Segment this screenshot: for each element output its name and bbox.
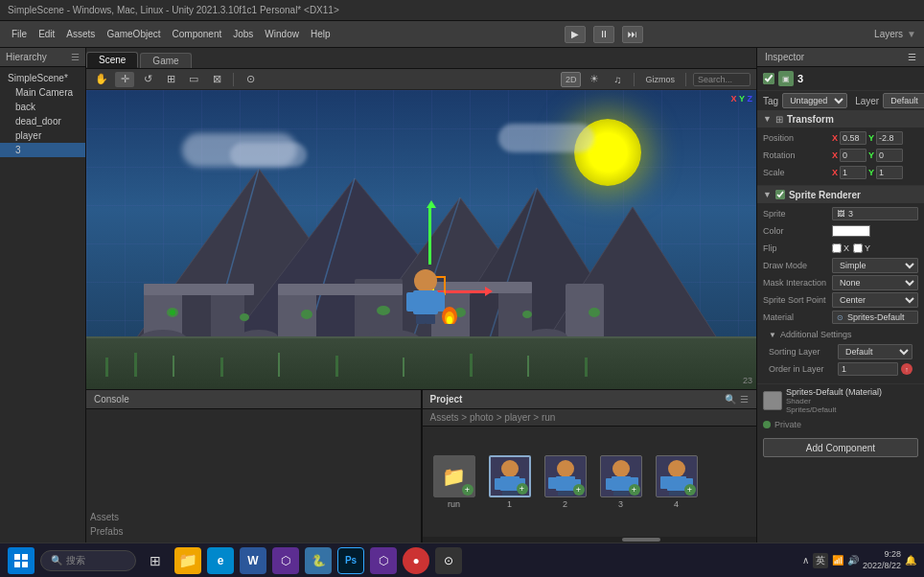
project-menu-icon[interactable]: ☰ bbox=[740, 394, 749, 404]
scene-viewport[interactable]: X Y Z bbox=[86, 90, 756, 389]
add-component-button[interactable]: Add Component bbox=[763, 438, 918, 457]
assets-menu[interactable]: Assets bbox=[62, 29, 99, 39]
sprite-renderer-header[interactable]: ▼ Sprite Renderer bbox=[757, 186, 924, 203]
edge-icon[interactable]: e bbox=[207, 547, 234, 574]
pos-y-label: Y bbox=[868, 133, 874, 143]
keyboard-layout[interactable]: 英 bbox=[813, 553, 828, 568]
lighting-button[interactable]: ☀ bbox=[585, 72, 604, 87]
material-field[interactable]: ⊙ Sprites-Default bbox=[832, 311, 918, 324]
flip-x-label[interactable]: X bbox=[832, 243, 849, 253]
hierarchy-item-deaddoor[interactable]: dead_door bbox=[0, 114, 85, 128]
position-y-input[interactable] bbox=[876, 131, 903, 145]
transform-tool-button[interactable]: ⊠ bbox=[207, 72, 226, 87]
file-item-3[interactable]: + 3 bbox=[597, 455, 645, 509]
rotation-y-input[interactable] bbox=[876, 149, 903, 162]
file-item-run[interactable]: 📁 + run bbox=[430, 455, 478, 509]
python-icon[interactable]: 🐍 bbox=[305, 547, 332, 574]
play-button[interactable]: ▶ bbox=[565, 26, 586, 43]
console-assets[interactable]: Assets bbox=[90, 510, 417, 524]
hierarchy-item-back[interactable]: back bbox=[0, 100, 85, 114]
scale-x-input[interactable] bbox=[840, 166, 866, 179]
transform-header[interactable]: ▼ ⊞ Transform bbox=[757, 110, 924, 127]
rotation-x-input[interactable] bbox=[840, 149, 866, 162]
word-icon[interactable]: W bbox=[240, 547, 266, 574]
gizmos-button[interactable]: Gizmos bbox=[641, 72, 679, 87]
mask-interaction-select[interactable]: None bbox=[832, 275, 918, 290]
console-prefabs[interactable]: Prefabs bbox=[90, 524, 417, 539]
jobs-menu[interactable]: Jobs bbox=[229, 29, 257, 39]
tag-select[interactable]: Untagged bbox=[782, 93, 847, 108]
scene-tab[interactable]: Scene bbox=[86, 52, 138, 68]
layers-dropdown-icon[interactable]: ▼ bbox=[907, 29, 916, 39]
rot-y-label: Y bbox=[868, 150, 874, 160]
edit-menu[interactable]: Edit bbox=[35, 29, 58, 39]
object-icon: ▣ bbox=[778, 71, 794, 86]
speaker-icon[interactable]: 🔊 bbox=[847, 555, 859, 565]
taskbar: 🔍 搜索 ⊞ 📁 e W ⬡ 🐍 Ps ⬡ ● ⊙ ∧ 英 📶 🔊 9:28 2… bbox=[0, 542, 924, 577]
notification-icon[interactable]: 🔔 bbox=[905, 555, 916, 565]
file-thumb-4: + bbox=[656, 455, 698, 497]
move-tool-button[interactable]: ✛ bbox=[115, 72, 134, 87]
help-menu[interactable]: Help bbox=[307, 29, 335, 39]
search-box[interactable]: Search... bbox=[693, 73, 751, 86]
taskbar-search[interactable]: 🔍 搜索 bbox=[40, 550, 136, 571]
scrollbar-thumb[interactable] bbox=[622, 538, 660, 542]
position-x-input[interactable] bbox=[840, 131, 866, 145]
rotate-tool-button[interactable]: ↺ bbox=[138, 72, 157, 87]
project-search-icon[interactable]: 🔍 bbox=[725, 394, 736, 404]
svg-rect-52 bbox=[495, 478, 502, 490]
explorer-icon[interactable]: 📁 bbox=[174, 547, 201, 574]
task-view-button[interactable]: ⊞ bbox=[142, 547, 169, 574]
photoshop-icon[interactable]: Ps bbox=[337, 547, 364, 574]
svg-point-68 bbox=[668, 460, 685, 477]
y-axis-handle[interactable] bbox=[428, 207, 431, 265]
file-item-2[interactable]: + 2 bbox=[542, 455, 589, 509]
unity-icon[interactable]: ⊙ bbox=[435, 547, 462, 574]
flip-x-checkbox[interactable] bbox=[832, 243, 842, 253]
flip-y-label[interactable]: Y bbox=[853, 243, 870, 253]
component-menu[interactable]: Component bbox=[169, 29, 226, 39]
windows-start-button[interactable] bbox=[8, 547, 35, 574]
scale-tool-button[interactable]: ⊞ bbox=[161, 72, 180, 87]
step-button[interactable]: ⏭ bbox=[622, 26, 643, 43]
draw-mode-select[interactable]: Simple bbox=[832, 258, 918, 273]
hand-tool-button[interactable]: ✋ bbox=[92, 72, 111, 87]
game-tab[interactable]: Game bbox=[140, 53, 191, 68]
hierarchy-menu-icon[interactable]: ☰ bbox=[71, 52, 80, 62]
2d-button[interactable]: 2D bbox=[561, 72, 582, 87]
scale-y-input[interactable] bbox=[876, 166, 903, 179]
object-active-checkbox[interactable] bbox=[763, 73, 774, 84]
audio-button[interactable]: ♫ bbox=[608, 72, 627, 87]
gameobject-menu[interactable]: GameObject bbox=[103, 29, 164, 39]
vs-icon[interactable]: ⬡ bbox=[370, 547, 397, 574]
file-menu[interactable]: File bbox=[8, 29, 31, 39]
file-item-1[interactable]: + 1 bbox=[486, 455, 534, 509]
scale-row: Scale X Y bbox=[763, 165, 918, 180]
center-pivot-button[interactable]: ⊙ bbox=[241, 72, 260, 87]
wifi-icon[interactable]: 📶 bbox=[832, 555, 843, 565]
sorting-layer-select[interactable]: Default bbox=[838, 344, 912, 359]
rect-tool-button[interactable]: ▭ bbox=[184, 72, 203, 87]
file-plus-2: + bbox=[573, 484, 585, 496]
tray-chevron[interactable]: ∧ bbox=[802, 555, 809, 565]
vsix-icon[interactable]: ⬡ bbox=[272, 547, 299, 574]
file-item-4[interactable]: + 4 bbox=[653, 455, 701, 509]
hierarchy-item-maincamera[interactable]: Main Camera bbox=[0, 85, 85, 100]
layer-select[interactable]: Default bbox=[883, 93, 924, 108]
order-in-layer-input[interactable] bbox=[838, 362, 898, 376]
svg-rect-45 bbox=[416, 314, 426, 324]
sprite-renderer-enabled[interactable] bbox=[775, 190, 785, 199]
color-picker[interactable] bbox=[832, 225, 870, 237]
sprite-field[interactable]: 🖼 3 bbox=[832, 207, 918, 220]
sprite-sort-point-select[interactable]: Center bbox=[832, 292, 918, 308]
inspector-menu-icon[interactable]: ☰ bbox=[908, 52, 916, 62]
pause-button[interactable]: ⏸ bbox=[593, 26, 614, 43]
hierarchy-item-simplescene[interactable]: SimpleScene* bbox=[0, 71, 85, 85]
additional-settings-header[interactable]: ▼ Additional Settings bbox=[763, 327, 918, 342]
flip-y-checkbox[interactable] bbox=[853, 243, 863, 253]
app-icon-8[interactable]: ● bbox=[403, 547, 429, 574]
hierarchy-item-3[interactable]: 3 bbox=[0, 143, 85, 157]
scale-y-item: Y bbox=[868, 166, 903, 179]
window-menu[interactable]: Window bbox=[261, 29, 303, 39]
hierarchy-item-player[interactable]: player bbox=[0, 128, 85, 143]
